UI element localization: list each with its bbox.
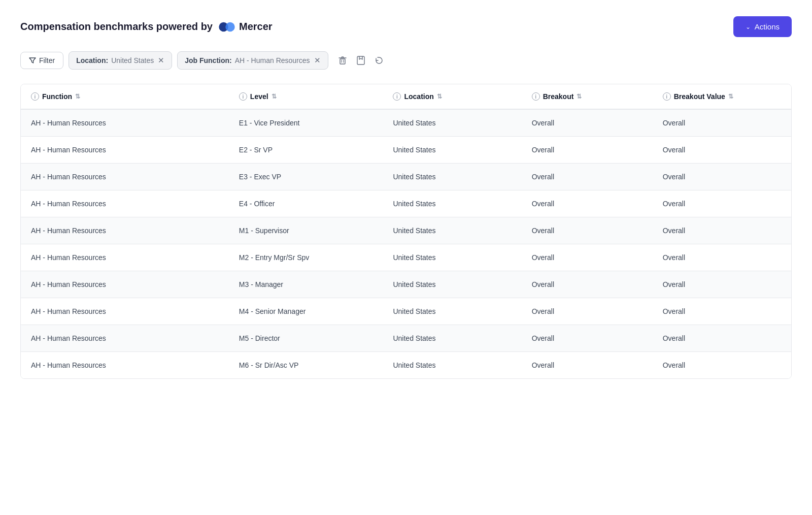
col-header-level[interactable]: i Level ⇅ (229, 84, 383, 109)
svg-rect-3 (357, 56, 364, 65)
save-icon (356, 55, 366, 66)
cell-breakout: Overall (522, 325, 653, 352)
col-header-breakout-value[interactable]: i Breakout Value ⇅ (653, 84, 791, 109)
col-label-breakout-value: Breakout Value (674, 92, 725, 101)
info-icon-breakout: i (532, 92, 540, 101)
filter-chip-location: Location: United States ✕ (69, 51, 172, 70)
filter-button[interactable]: Filter (20, 52, 63, 69)
cell-level: M5 - Director (229, 325, 383, 352)
actions-label: Actions (755, 22, 780, 31)
mercer-logo: Mercer (218, 21, 273, 33)
cell-function: AH - Human Resources (21, 137, 229, 164)
sort-icon-breakout: ⇅ (577, 93, 582, 100)
cell-level: E1 - Vice President (229, 109, 383, 137)
svg-point-1 (225, 22, 234, 31)
cell-level: E4 - Officer (229, 190, 383, 217)
cell-breakout: Overall (522, 137, 653, 164)
cell-breakout_value: Overall (653, 244, 791, 271)
table-row[interactable]: AH - Human ResourcesM6 - Sr Dir/Asc VPUn… (21, 352, 791, 379)
cell-function: AH - Human Resources (21, 109, 229, 137)
reset-filters-button[interactable] (372, 53, 386, 68)
cell-function: AH - Human Resources (21, 217, 229, 244)
cell-function: AH - Human Resources (21, 325, 229, 352)
col-header-location[interactable]: i Location ⇅ (383, 84, 521, 109)
trash-icon (337, 55, 348, 66)
filter-jobfunction-close[interactable]: ✕ (314, 56, 321, 65)
cell-location: United States (383, 325, 521, 352)
filter-location-value: United States (111, 56, 154, 65)
cell-breakout: Overall (522, 244, 653, 271)
col-label-breakout: Breakout (543, 92, 574, 101)
info-icon-location: i (393, 92, 401, 101)
cell-location: United States (383, 137, 521, 164)
col-header-function[interactable]: i Function ⇅ (21, 84, 229, 109)
cell-location: United States (383, 164, 521, 190)
table-row[interactable]: AH - Human ResourcesM3 - ManagerUnited S… (21, 271, 791, 298)
cell-breakout_value: Overall (653, 271, 791, 298)
svg-rect-2 (340, 59, 345, 64)
cell-function: AH - Human Resources (21, 298, 229, 325)
delete-filters-button[interactable] (335, 53, 350, 68)
sort-icon-breakout-value: ⇅ (728, 93, 733, 100)
cell-breakout_value: Overall (653, 217, 791, 244)
header-left: Compensation benchmarks powered by Merce… (20, 21, 273, 33)
cell-level: E3 - Exec VP (229, 164, 383, 190)
cell-breakout: Overall (522, 352, 653, 379)
page-title: Compensation benchmarks powered by (20, 21, 213, 33)
mercer-logo-icon (218, 21, 236, 33)
sort-icon-level: ⇅ (272, 93, 277, 100)
cell-breakout_value: Overall (653, 352, 791, 379)
filter-icon (29, 57, 36, 64)
cell-breakout_value: Overall (653, 137, 791, 164)
info-icon-function: i (31, 92, 39, 101)
table-header-row: i Function ⇅ i Level ⇅ (21, 84, 791, 109)
table-row[interactable]: AH - Human ResourcesM5 - DirectorUnited … (21, 325, 791, 352)
info-icon-level: i (239, 92, 247, 101)
cell-function: AH - Human Resources (21, 352, 229, 379)
filter-chip-jobfunction: Job Function: AH - Human Resources ✕ (177, 51, 328, 70)
cell-location: United States (383, 109, 521, 137)
cell-location: United States (383, 190, 521, 217)
cell-level: M3 - Manager (229, 271, 383, 298)
cell-level: E2 - Sr VP (229, 137, 383, 164)
cell-level: M6 - Sr Dir/Asc VP (229, 352, 383, 379)
cell-function: AH - Human Resources (21, 190, 229, 217)
actions-button[interactable]: ⌄ Actions (733, 16, 792, 37)
table-row[interactable]: AH - Human ResourcesE1 - Vice PresidentU… (21, 109, 791, 137)
table-row[interactable]: AH - Human ResourcesE3 - Exec VPUnited S… (21, 164, 791, 190)
filter-location-close[interactable]: ✕ (158, 56, 164, 65)
cell-location: United States (383, 217, 521, 244)
cell-breakout: Overall (522, 271, 653, 298)
filter-location-label: Location: (76, 56, 108, 65)
table-row[interactable]: AH - Human ResourcesE4 - OfficerUnited S… (21, 190, 791, 217)
cell-level: M2 - Entry Mgr/Sr Spv (229, 244, 383, 271)
table-row[interactable]: AH - Human ResourcesM1 - SupervisorUnite… (21, 217, 791, 244)
data-table: i Function ⇅ i Level ⇅ (20, 84, 792, 379)
cell-breakout_value: Overall (653, 325, 791, 352)
cell-breakout_value: Overall (653, 164, 791, 190)
filter-jobfunction-value: AH - Human Resources (235, 56, 310, 65)
col-header-breakout[interactable]: i Breakout ⇅ (522, 84, 653, 109)
filter-bar: Filter Location: United States ✕ Job Fun… (20, 51, 792, 70)
info-icon-breakout-value: i (663, 92, 671, 101)
cell-breakout: Overall (522, 217, 653, 244)
cell-function: AH - Human Resources (21, 271, 229, 298)
cell-location: United States (383, 352, 521, 379)
cell-breakout: Overall (522, 190, 653, 217)
cell-breakout_value: Overall (653, 109, 791, 137)
cell-level: M1 - Supervisor (229, 217, 383, 244)
cell-location: United States (383, 298, 521, 325)
cell-breakout_value: Overall (653, 190, 791, 217)
col-label-level: Level (250, 92, 268, 101)
table-row[interactable]: AH - Human ResourcesM2 - Entry Mgr/Sr Sp… (21, 244, 791, 271)
table-row[interactable]: AH - Human ResourcesM4 - Senior ManagerU… (21, 298, 791, 325)
cell-breakout: Overall (522, 109, 653, 137)
save-filters-button[interactable] (354, 53, 368, 68)
cell-location: United States (383, 244, 521, 271)
header: Compensation benchmarks powered by Merce… (20, 16, 792, 37)
table-row[interactable]: AH - Human ResourcesE2 - Sr VPUnited Sta… (21, 137, 791, 164)
cell-level: M4 - Senior Manager (229, 298, 383, 325)
cell-breakout_value: Overall (653, 298, 791, 325)
reset-icon (374, 55, 384, 66)
sort-icon-function: ⇅ (75, 93, 80, 100)
